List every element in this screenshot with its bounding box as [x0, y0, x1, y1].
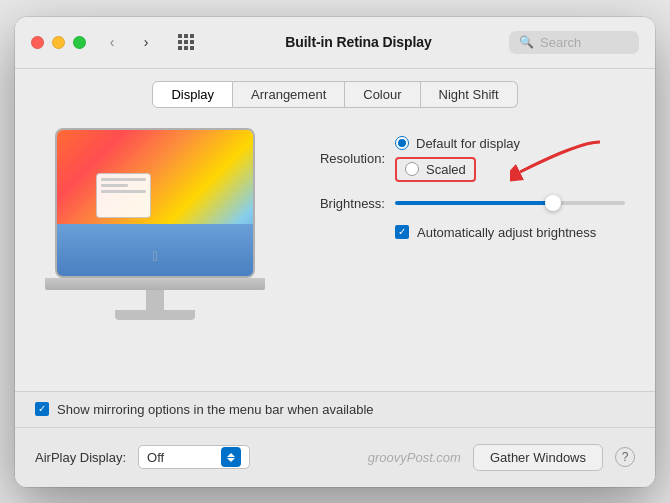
tab-night-shift[interactable]: Night Shift — [421, 81, 518, 108]
tab-arrangement[interactable]: Arrangement — [233, 81, 345, 108]
search-box[interactable]: 🔍 Search — [509, 31, 639, 54]
main-window: ‹ › Built-in Retina Display 🔍 Search Dis… — [15, 17, 655, 487]
checkmark-icon: ✓ — [398, 227, 406, 237]
gather-windows-button[interactable]: Gather Windows — [473, 444, 603, 471]
forward-button[interactable]: › — [132, 31, 160, 53]
chevron-down-icon — [227, 458, 235, 462]
content-area:  Resolution: Default for display — [15, 108, 655, 391]
settings-panel: Resolution: Default for display Scaled — [295, 128, 625, 371]
airplay-dropdown[interactable]: Off — [138, 445, 250, 469]
grid-icon[interactable] — [172, 31, 200, 53]
mirroring-checkmark-icon: ✓ — [38, 404, 46, 414]
traffic-lights — [31, 36, 86, 49]
back-button[interactable]: ‹ — [98, 31, 126, 53]
resolution-default-radio[interactable] — [395, 136, 409, 150]
monitor-bezel — [45, 278, 265, 290]
maximize-button[interactable] — [73, 36, 86, 49]
dialog-line — [101, 178, 146, 181]
apple-logo:  — [152, 248, 157, 264]
tab-colour[interactable]: Colour — [345, 81, 420, 108]
auto-brightness-checkbox[interactable]: ✓ — [395, 225, 409, 239]
tabs-bar: Display Arrangement Colour Night Shift — [15, 69, 655, 108]
airplay-label: AirPlay Display: — [35, 450, 126, 465]
mirroring-checkbox[interactable]: ✓ — [35, 402, 49, 416]
bottom-bar: AirPlay Display: Off groovyPost.com Gath… — [15, 427, 655, 487]
monitor-stand-base — [115, 310, 195, 320]
window-title: Built-in Retina Display — [208, 34, 509, 50]
search-placeholder: Search — [540, 35, 581, 50]
resolution-options: Default for display Scaled — [395, 136, 520, 182]
resolution-scaled-option[interactable]: Scaled — [395, 157, 476, 182]
auto-brightness-label: Automatically adjust brightness — [417, 225, 596, 240]
mirroring-row: ✓ Show mirroring options in the menu bar… — [15, 391, 655, 427]
minimize-button[interactable] — [52, 36, 65, 49]
monitor-display:  — [55, 128, 255, 278]
search-icon: 🔍 — [519, 35, 534, 49]
monitor-dialog — [96, 173, 151, 218]
mirroring-label: Show mirroring options in the menu bar w… — [57, 402, 374, 417]
nav-buttons: ‹ › — [98, 31, 160, 53]
brightness-label: Brightness: — [295, 196, 385, 211]
auto-brightness-row: ✓ Automatically adjust brightness — [295, 225, 625, 240]
resolution-default-label: Default for display — [416, 136, 520, 151]
tab-display[interactable]: Display — [152, 81, 233, 108]
resolution-default-option[interactable]: Default for display — [395, 136, 520, 151]
resolution-scaled-label: Scaled — [426, 162, 466, 177]
monitor-stand-neck — [146, 290, 164, 310]
watermark-text: groovyPost.com — [368, 450, 461, 465]
dropdown-arrow-icon — [221, 447, 241, 467]
resolution-row: Resolution: Default for display Scaled — [295, 136, 625, 182]
brightness-slider[interactable] — [395, 201, 625, 205]
app-grid-dots — [178, 34, 194, 50]
scaled-option-wrapper: Scaled — [395, 157, 520, 182]
chevron-up-icon — [227, 453, 235, 457]
brightness-thumb[interactable] — [545, 195, 561, 211]
dialog-line-short — [101, 184, 128, 187]
brightness-row: Brightness: — [295, 196, 625, 211]
resolution-label: Resolution: — [295, 151, 385, 166]
airplay-value: Off — [147, 450, 221, 465]
dialog-line2 — [101, 190, 146, 193]
titlebar: ‹ › Built-in Retina Display 🔍 Search — [15, 17, 655, 69]
resolution-scaled-radio[interactable] — [405, 162, 419, 176]
close-button[interactable] — [31, 36, 44, 49]
monitor-illustration:  — [45, 128, 265, 371]
help-button[interactable]: ? — [615, 447, 635, 467]
annotation-arrow — [510, 137, 610, 197]
